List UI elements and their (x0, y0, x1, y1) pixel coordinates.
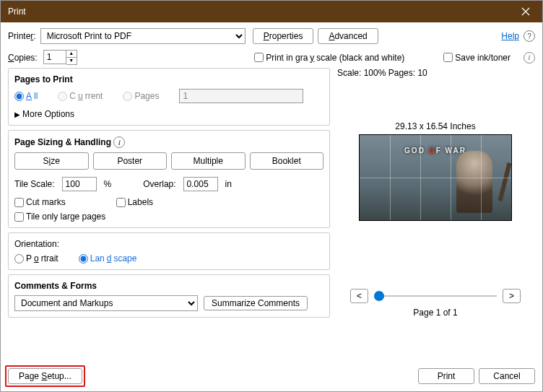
close-button[interactable] (509, 1, 542, 22)
print-button[interactable]: Print (418, 368, 474, 384)
printer-label: Printer: (8, 31, 36, 41)
pages-current-radio[interactable]: Current (58, 91, 103, 101)
more-options-toggle[interactable]: ▶More Options (14, 109, 323, 119)
multiple-button[interactable]: Multiple (171, 152, 246, 170)
pages-all-radio[interactable]: All (14, 91, 38, 101)
chevron-right-icon: ▶ (14, 110, 20, 118)
comments-select[interactable]: Document and Markups (14, 295, 198, 311)
preview-scale-pages: Scale: 100% Pages: 10 (337, 68, 534, 78)
info-icon[interactable]: i (524, 52, 535, 64)
copies-spinner[interactable]: ▲▼ (43, 50, 77, 65)
preview-dimensions: 29.13 x 16.54 Inches (337, 121, 534, 131)
copies-label: Copies: (8, 53, 38, 63)
pages-to-print-group: Pages to Print All Current Pages ▶More O… (8, 68, 330, 126)
help-link[interactable]: Help (501, 31, 519, 41)
comments-title: Comments & Forms (14, 281, 323, 291)
page-of-label: Page 1 of 1 (337, 308, 534, 318)
save-ink-checkbox[interactable]: Save ink/toner (443, 53, 511, 63)
cut-marks-checkbox[interactable]: Cut marks (14, 197, 66, 207)
pages-title: Pages to Print (14, 74, 323, 84)
printer-select[interactable]: Microsoft Print to PDF (40, 28, 246, 44)
tile-scale-label: Tile Scale: (14, 179, 55, 189)
spin-down-icon[interactable]: ▼ (66, 58, 77, 64)
titlebar: Print (1, 1, 542, 22)
comments-group: Comments & Forms Document and Markups Su… (8, 274, 330, 318)
overlap-label: Overlap: (143, 179, 175, 189)
labels-checkbox[interactable]: Labels (116, 197, 153, 207)
tile-scale-input[interactable] (62, 177, 97, 191)
sizing-group: Page Sizing & Handling i Size Poster Mul… (8, 130, 330, 228)
orientation-title: Orientation: (14, 239, 323, 249)
tile-large-checkbox[interactable]: Tile only large pages (14, 212, 323, 222)
advanced-button[interactable]: Advanced (318, 28, 378, 44)
booklet-button[interactable]: Booklet (250, 152, 324, 170)
cancel-button[interactable]: Cancel (479, 368, 535, 384)
landscape-radio[interactable]: Landscape (79, 253, 137, 263)
preview-slider[interactable] (374, 292, 497, 300)
preview-prev-button[interactable]: < (350, 289, 368, 303)
overlap-input[interactable] (183, 177, 218, 191)
pages-range-input (179, 89, 303, 103)
preview-image: GOD ΩF WAR (359, 134, 512, 221)
poster-button[interactable]: Poster (93, 152, 168, 170)
sizing-title: Page Sizing & Handling i (14, 136, 323, 148)
close-icon (521, 7, 530, 16)
properties-button[interactable]: Properties (253, 28, 314, 44)
summarize-button[interactable]: Summarize Comments (204, 296, 308, 310)
percent-label: % (104, 179, 112, 189)
pages-range-radio[interactable]: Pages (123, 91, 159, 101)
size-button[interactable]: Size (14, 152, 89, 170)
window-title: Print (8, 6, 509, 17)
preview-next-button[interactable]: > (503, 289, 521, 303)
grayscale-checkbox[interactable]: Print in grayscale (black and white) (254, 53, 404, 63)
orientation-group: Orientation: Portrait Landscape (8, 232, 330, 270)
page-setup-button[interactable]: Page Setup... (8, 368, 82, 384)
help-icon[interactable]: ? (524, 30, 535, 42)
overlap-unit: in (225, 179, 232, 189)
info-icon[interactable]: i (113, 136, 125, 148)
spin-up-icon[interactable]: ▲ (66, 51, 77, 58)
portrait-radio[interactable]: Portrait (14, 253, 58, 263)
copies-input[interactable] (43, 50, 66, 64)
